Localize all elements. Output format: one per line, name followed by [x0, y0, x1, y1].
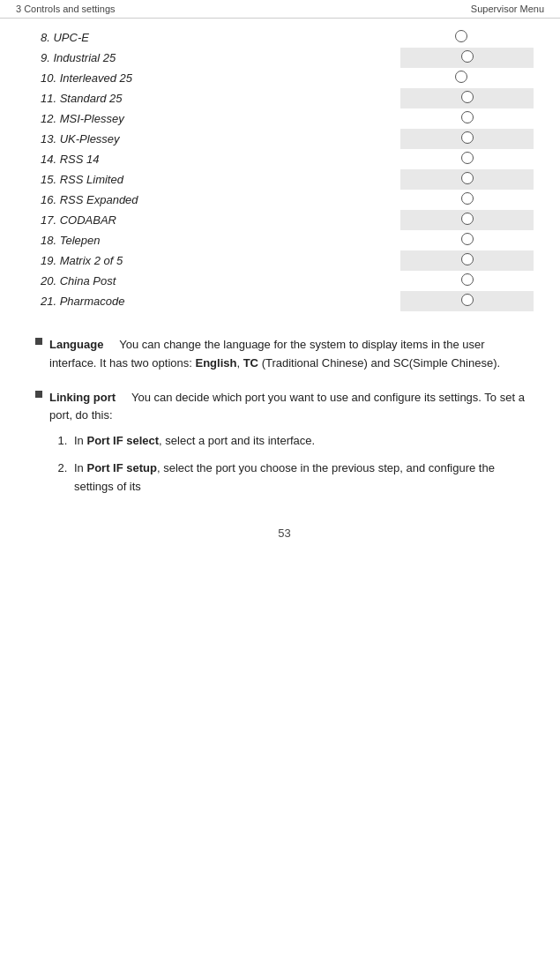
barcode-label: 19. Matrix 2 of 5	[35, 250, 400, 271]
barcode-radio-cell	[400, 250, 534, 271]
page-header: 3 Controls and settings Supervisor Menu	[0, 0, 560, 19]
barcode-label: 9. Industrial 25	[35, 48, 400, 68]
table-row: 17. CODABAR	[35, 210, 534, 230]
barcode-radio-cell	[400, 210, 534, 230]
barcode-radio-cell	[400, 129, 534, 149]
radio-button[interactable]	[461, 172, 474, 184]
radio-button[interactable]	[455, 30, 467, 42]
barcode-label: 13. UK-Plessey	[35, 129, 400, 149]
page-number: 53	[35, 527, 534, 540]
table-row: 20. China Post	[35, 271, 534, 291]
table-row: 15. RSS Limited	[35, 169, 534, 190]
radio-button[interactable]	[461, 152, 474, 164]
barcode-label: 18. Telepen	[35, 230, 400, 250]
table-row: 21. Pharmacode	[35, 291, 534, 311]
barcode-label: 15. RSS Limited	[35, 169, 400, 190]
table-row: 8. UPC-E	[35, 27, 534, 48]
step-2-bold: Port IF setup	[86, 461, 156, 474]
radio-button[interactable]	[461, 273, 474, 286]
barcode-label: 17. CODABAR	[35, 210, 400, 230]
radio-button[interactable]	[461, 192, 474, 205]
barcode-label: 21. Pharmacode	[35, 291, 400, 311]
barcode-label: 8. UPC-E	[35, 27, 400, 48]
linking-port-space	[119, 391, 129, 404]
table-row: 10. Interleaved 25	[35, 68, 534, 88]
main-content: 8. UPC-E9. Industrial 2510. Interleaved …	[0, 19, 560, 557]
barcode-radio-cell	[400, 230, 534, 250]
language-body-space	[107, 338, 116, 351]
barcode-radio-cell	[400, 88, 534, 108]
table-row: 18. Telepen	[35, 230, 534, 250]
language-rest: (Traditional Chinese) and SC(Simple Chin…	[258, 356, 500, 370]
language-title: Language	[49, 338, 103, 351]
barcode-label: 11. Standard 25	[35, 88, 400, 108]
radio-button[interactable]	[461, 213, 474, 225]
barcode-label: 14. RSS 14	[35, 149, 400, 169]
table-row: 16. RSS Expanded	[35, 190, 534, 210]
radio-button[interactable]	[461, 233, 474, 245]
section-title-header: Supervisor Menu	[471, 4, 544, 14]
step-1: In Port IF select, select a port and its…	[71, 432, 534, 451]
barcode-label: 20. China Post	[35, 271, 400, 291]
table-row: 11. Standard 25	[35, 88, 534, 108]
table-row: 12. MSI-Plessey	[35, 108, 534, 129]
barcode-label: 12. MSI-Plessey	[35, 108, 400, 129]
barcode-radio-cell	[400, 27, 534, 48]
radio-button[interactable]	[461, 50, 474, 63]
language-text: Language You can change the language for…	[49, 336, 534, 373]
language-english: English	[195, 356, 236, 370]
barcode-radio-cell	[400, 108, 534, 129]
step-1-bold: Port IF select	[86, 434, 159, 447]
radio-button[interactable]	[461, 253, 474, 265]
table-row: 9. Industrial 25	[35, 48, 534, 68]
language-section: Language You can change the language for…	[35, 336, 534, 373]
table-row: 14. RSS 14	[35, 149, 534, 169]
barcode-radio-cell	[400, 48, 534, 68]
radio-button[interactable]	[461, 91, 474, 103]
barcode-radio-cell	[400, 291, 534, 311]
step-2-prefix: In	[74, 461, 86, 474]
barcode-options-table: 8. UPC-E9. Industrial 2510. Interleaved …	[35, 27, 534, 311]
radio-button[interactable]	[461, 294, 474, 306]
table-row: 13. UK-Plessey	[35, 129, 534, 149]
barcode-radio-cell	[400, 68, 534, 88]
language-tc: TC	[243, 356, 258, 370]
bullet-icon	[35, 338, 42, 345]
barcode-label: 16. RSS Expanded	[35, 190, 400, 210]
linking-port-title: Linking port	[49, 391, 116, 404]
barcode-radio-cell	[400, 149, 534, 169]
radio-button[interactable]	[455, 71, 467, 83]
step-1-prefix: In	[74, 434, 86, 447]
radio-button[interactable]	[461, 111, 474, 123]
linking-port-section: Linking port You can decide which port y…	[35, 389, 534, 505]
barcode-radio-cell	[400, 169, 534, 190]
step-1-suffix: , select a port and its interface.	[159, 434, 315, 447]
language-comma: ,	[236, 356, 243, 370]
bullet-icon-2	[35, 391, 42, 398]
barcode-label: 10. Interleaved 25	[35, 68, 400, 88]
radio-button[interactable]	[461, 131, 474, 144]
barcode-radio-cell	[400, 271, 534, 291]
barcode-radio-cell	[400, 190, 534, 210]
table-row: 19. Matrix 2 of 5	[35, 250, 534, 271]
step-2: In Port IF setup, select the port you ch…	[71, 459, 534, 497]
linking-port-text: Linking port You can decide which port y…	[49, 389, 534, 505]
linking-port-steps: In Port IF select, select a port and its…	[49, 432, 534, 496]
chapter-title: 3 Controls and settings	[16, 4, 116, 14]
